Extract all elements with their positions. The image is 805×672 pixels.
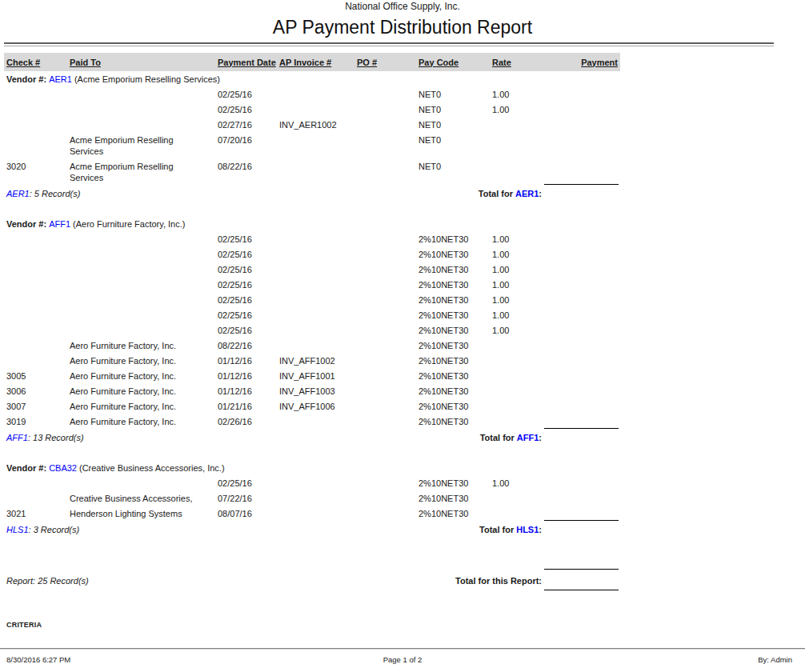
col-header-label-rate: Rate <box>492 58 511 67</box>
cell-ap_invoice: INV_AFF1006 <box>279 401 357 412</box>
vendor-header: Vendor #:AFF1(Aero Furniture Factory, In… <box>6 218 805 230</box>
col-header-label-payment: Payment <box>581 58 618 67</box>
col-header-cell-payment_date: Payment Date <box>214 58 279 67</box>
cell-payment_date: 02/25/16 <box>214 89 279 100</box>
vendor-number-label: Vendor #: <box>6 463 46 473</box>
cell-rate: 1.00 <box>492 294 543 306</box>
report-total-row: Report: 25 Record(s) Total for this Repo… <box>0 568 805 594</box>
cell-check: 3005 <box>4 370 70 382</box>
cell-pay_code: 2%10NET30 <box>419 249 492 260</box>
cell-pay_code: 2%10NET30 <box>419 340 492 351</box>
cell-rate: 1.00 <box>492 279 543 290</box>
cell-pay_code: 2%10NET30 <box>419 355 492 366</box>
cell-rate: 1.00 <box>492 249 543 260</box>
section-footer: HLS1: 3 Record(s)Total forHLS1: <box>0 523 805 535</box>
section-total-label: Total forAER1: <box>4 189 542 198</box>
vendor-number-label: Vendor #: <box>6 74 46 84</box>
col-header-label-paid_to: Paid To <box>70 58 101 67</box>
vendor-name: (Creative Business Accessories, Inc.) <box>79 463 225 473</box>
col-header-label-po: PO # <box>357 58 377 67</box>
cell-rate: 1.00 <box>492 264 543 275</box>
cell-pay_code: NET0 <box>419 134 492 146</box>
cell-pay_code: 2%10NET30 <box>419 325 492 336</box>
table-row: 3019Aero Furniture Factory, Inc.02/26/16… <box>4 416 805 427</box>
vendor-section-AER1: Vendor #:AER1(Acme Emporium Reselling Se… <box>0 74 805 199</box>
report-title: AP Payment Distribution Report <box>0 15 805 39</box>
col-header-cell-paid_to: Paid To <box>70 58 214 67</box>
table-row: 02/25/162%10NET301.00 <box>4 234 805 245</box>
report-page: National Office Supply, Inc. AP Payment … <box>0 0 805 672</box>
cell-pay_code: 2%10NET30 <box>419 294 492 306</box>
cell-ap_invoice: INV_AFF1003 <box>279 386 357 397</box>
vendor-code-link[interactable]: AER1 <box>49 74 72 84</box>
cell-pay_code: 2%10NET30 <box>419 493 492 504</box>
table-row: 02/25/162%10NET301.00 <box>4 325 805 336</box>
cell-payment_date: 01/21/16 <box>214 401 279 412</box>
cell-payment_date: 08/22/16 <box>214 340 279 351</box>
table-row: 02/25/162%10NET301.00 <box>4 279 805 290</box>
vendor-header: Vendor #:AER1(Acme Emporium Reselling Se… <box>6 74 805 85</box>
cell-rate: 1.00 <box>492 104 543 115</box>
section-total-rule <box>544 520 619 521</box>
cell-check: 3007 <box>4 401 70 412</box>
vendor-name: (Aero Furniture Factory, Inc.) <box>73 219 185 229</box>
cell-paid_to: Aero Furniture Factory, Inc. <box>70 340 214 351</box>
report-body: Vendor #:AER1(Acme Emporium Reselling Se… <box>0 74 805 535</box>
cell-check: 3021 <box>4 508 70 519</box>
cell-pay_code: 2%10NET30 <box>419 234 492 245</box>
table-row: Aero Furniture Factory, Inc.08/22/162%10… <box>4 340 805 351</box>
col-header-cell-ap_invoice: AP Invoice # <box>279 58 357 67</box>
table-row: 02/25/162%10NET301.00 <box>4 264 805 275</box>
cell-paid_to: Acme Emporium Reselling Services <box>70 161 214 183</box>
cell-payment_date: 02/25/16 <box>214 234 279 245</box>
table-row: 3021Henderson Lighting Systems08/07/162%… <box>4 508 805 519</box>
section-total-suffix: : <box>539 189 542 198</box>
col-header-label-check: Check # <box>6 58 40 67</box>
cell-pay_code: 2%10NET30 <box>419 401 492 412</box>
cell-payment_date: 02/25/16 <box>214 310 279 321</box>
footer-user: By: Admin <box>758 655 792 664</box>
table-row: 3006Aero Furniture Factory, Inc.01/12/16… <box>4 386 805 397</box>
table-row: 02/25/16NET01.00 <box>4 89 805 100</box>
col-header-cell-rate: Rate <box>492 58 543 67</box>
cell-check: 3006 <box>4 386 70 397</box>
table-row: 02/27/16INV_AER1002NET0 <box>4 119 805 130</box>
cell-pay_code: 2%10NET30 <box>419 508 492 519</box>
cell-pay_code: NET0 <box>419 104 492 115</box>
cell-payment_date: 02/25/16 <box>214 264 279 275</box>
col-header-cell-payment: Payment <box>543 58 619 67</box>
company-name: National Office Supply, Inc. <box>0 0 805 13</box>
cell-payment_date: 02/25/16 <box>214 249 279 260</box>
col-header-label-pay_code: Pay Code <box>419 58 459 67</box>
cell-payment_date: 02/25/16 <box>214 279 279 290</box>
table-row: 02/25/162%10NET301.00 <box>4 294 805 306</box>
cell-payment_date: 01/12/16 <box>214 370 279 382</box>
cell-payment_date: 08/22/16 <box>214 161 279 172</box>
cell-pay_code: 2%10NET30 <box>419 478 492 489</box>
vendor-number-label: Vendor #: <box>6 219 46 229</box>
vendor-name: (Acme Emporium Reselling Services) <box>74 74 220 84</box>
cell-paid_to: Creative Business Accessories, <box>70 493 214 504</box>
table-row: 3020Acme Emporium Reselling Services08/2… <box>4 161 805 183</box>
col-header-cell-check: Check # <box>4 58 70 67</box>
cell-payment_date: 02/27/16 <box>214 119 279 130</box>
cell-pay_code: NET0 <box>419 161 492 172</box>
cell-check: 3019 <box>4 416 70 427</box>
section-total-suffix: : <box>539 433 542 442</box>
cell-payment_date: 02/25/16 <box>214 294 279 306</box>
page-footer: 8/30/2016 6:27 PM Page 1 of 2 By: Admin <box>0 648 805 672</box>
section-total-code-link[interactable]: AER1 <box>515 189 539 198</box>
report-total-label: Total for this Report: <box>4 576 542 586</box>
footer-page-number: Page 1 of 2 <box>0 655 805 664</box>
cell-rate: 1.00 <box>492 325 543 336</box>
vendor-code-link[interactable]: AFF1 <box>49 219 70 229</box>
vendor-code-link[interactable]: CBA32 <box>49 463 77 473</box>
section-total-code-link[interactable]: HLS1 <box>516 525 539 534</box>
report-total-rule-bottom <box>544 590 619 590</box>
section-footer: AER1: 5 Record(s)Total forAER1: <box>0 187 805 199</box>
section-total-code-link[interactable]: AFF1 <box>517 433 539 442</box>
cell-paid_to: Aero Furniture Factory, Inc. <box>70 401 214 412</box>
cell-paid_to: Henderson Lighting Systems <box>70 508 214 519</box>
table-row: Creative Business Accessories,07/22/162%… <box>4 493 805 504</box>
cell-ap_invoice: INV_AFF1001 <box>279 370 357 382</box>
